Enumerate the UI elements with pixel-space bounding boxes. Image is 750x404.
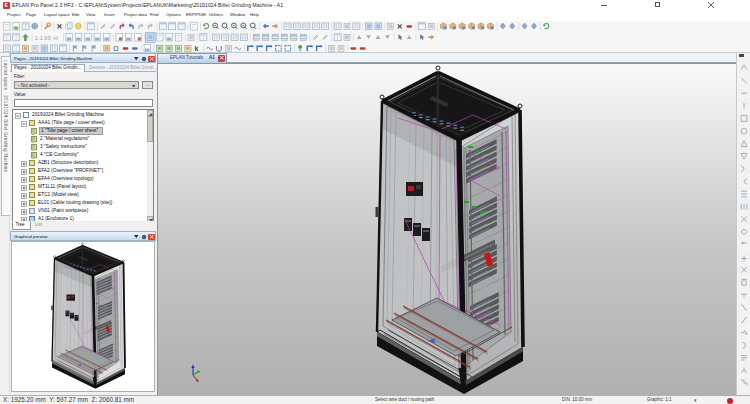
svg-text:1:1: 1:1 xyxy=(35,35,44,41)
svg-text:99: 99 xyxy=(44,35,51,41)
svg-text:k: k xyxy=(195,45,199,52)
svg-text:H: H xyxy=(54,35,58,41)
